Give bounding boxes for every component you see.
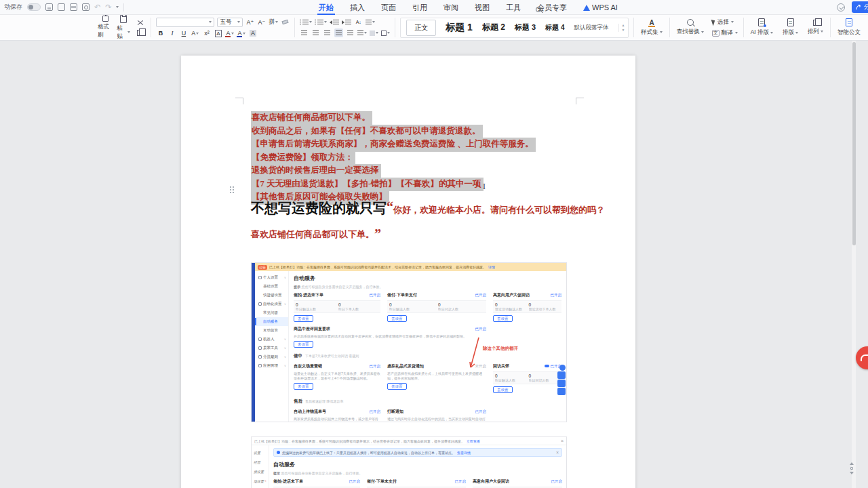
bullet-list-button[interactable] [300, 18, 312, 26]
sidebar-item-设置[interactable]: 设置 [252, 451, 269, 460]
tab-审阅[interactable]: 审阅 [435, 0, 467, 15]
underline-button[interactable]: U [179, 29, 188, 38]
banner-detail-link[interactable]: 详情 [488, 265, 495, 269]
sidebar-item-卖家工具[interactable]: 卖家工具˅ [255, 344, 288, 352]
sidebar-item-基础设置[interactable]: 基础设置 [255, 282, 288, 291]
sidebar-item-互动留资[interactable]: 互动留资 [255, 326, 288, 335]
tab-页面[interactable]: 页面 [373, 0, 404, 15]
justify-button[interactable] [334, 28, 343, 37]
headline-line-2[interactable]: 喜欢店铺任何商品都可以下单。” [251, 226, 381, 242]
italic-button[interactable]: I [167, 29, 176, 38]
show-marks-button[interactable] [366, 18, 375, 26]
go-setting-button[interactable]: 去设置 [294, 315, 313, 322]
strikethrough-button[interactable]: A [191, 29, 199, 38]
vertical-scrollbar-thumb[interactable] [852, 42, 856, 245]
tab-视图[interactable]: 视图 [467, 0, 498, 15]
scroll-down-icon[interactable] [850, 472, 854, 474]
sidebar-item-机器人[interactable]: 机器人˅ [255, 335, 288, 344]
sidebar-item-分流规则[interactable]: 分流规则˅ [255, 352, 288, 361]
sidebar-item-个人设置[interactable]: 个人设置˅ [255, 273, 288, 282]
sidebar-item-场设置[interactable]: 场设置 * [252, 479, 269, 488]
smart-doc-button[interactable]: 智能公文 [833, 15, 865, 40]
card-status-link[interactable]: 已开启 [475, 293, 487, 298]
go-setting-button[interactable]: 去设置 [493, 386, 513, 393]
autosave-toggle[interactable] [27, 3, 41, 11]
align-left-button[interactable] [300, 28, 309, 37]
sidebar-item-接设置[interactable]: 接设置 [252, 470, 269, 479]
font-color-button[interactable]: A [237, 29, 245, 38]
spin-down-icon[interactable]: ▼ [621, 28, 625, 32]
ai-layout-button[interactable]: AI 排版 [746, 15, 778, 40]
superscript-button[interactable]: x² [202, 29, 211, 38]
redo-icon[interactable]: ↷ [105, 3, 111, 11]
scroll-up-icon[interactable] [850, 462, 854, 465]
find-replace-button[interactable]: 查找替换 [672, 15, 709, 40]
tab-WPS AI[interactable]: WPS AI [575, 0, 626, 15]
pinyin-guide-button[interactable]: 拼 [269, 18, 278, 26]
notif-link[interactable]: 立即查看 [467, 439, 480, 443]
share-button[interactable]: 分享 [852, 1, 868, 13]
card-status-link[interactable]: 已开启 [475, 327, 487, 331]
style-item[interactable]: 标题 2 [482, 22, 505, 33]
scroll-select-icon[interactable] [850, 467, 853, 470]
style-gallery-scroll[interactable]: ▲ ▼ [618, 24, 627, 32]
spin-up-icon[interactable]: ▲ [621, 24, 625, 27]
highlighted-block[interactable]: 喜欢店铺任何商品都可以下单。收到商品之后，如果有【任何】不喜欢都可以申请退货退款… [251, 110, 536, 203]
card-status-link[interactable]: 已开启 [551, 479, 563, 484]
align-right-button[interactable] [323, 28, 332, 37]
close-icon[interactable]: × [556, 450, 559, 455]
translate-button[interactable]: 文翻译 [712, 29, 738, 37]
paragraph-drag-handle[interactable] [230, 186, 235, 195]
card-status-link[interactable]: 已开启 [475, 409, 487, 414]
undo-icon[interactable]: ↶ [94, 3, 100, 11]
increase-font-button[interactable]: A⁺ [245, 18, 254, 26]
go-setting-button[interactable]: 去设置 [387, 383, 407, 390]
sidebar-item-自动化设置[interactable]: 自动化设置˅ [255, 300, 288, 308]
print-icon[interactable] [70, 3, 77, 11]
card-status-link[interactable]: 已开启 [455, 479, 467, 484]
close-icon[interactable]: × [561, 439, 564, 443]
decrease-indent-button[interactable] [330, 18, 339, 26]
border-button[interactable] [381, 28, 390, 37]
format-painter-button[interactable]: 格式刷 [98, 16, 113, 39]
sidebar-item-应用管理[interactable]: 应用管理˅ [255, 361, 288, 370]
search-button[interactable] [536, 3, 541, 15]
align-center-button[interactable] [311, 28, 320, 37]
clear-format-button[interactable] [281, 18, 290, 26]
card-status-link[interactable]: 已开启 [370, 409, 381, 414]
style-item[interactable]: 标题 4 [545, 23, 564, 33]
floating-widget[interactable] [557, 365, 566, 395]
line-spacing-button[interactable] [357, 28, 367, 37]
style-item[interactable]: 标题 3 [515, 22, 536, 33]
shading-button[interactable] [370, 28, 378, 37]
bold-button[interactable]: B [156, 29, 165, 38]
document-page[interactable]: 喜欢店铺任何商品都可以下单。收到商品之后，如果有【任何】不喜欢都可以申请退货退款… [181, 56, 635, 488]
scrollbar-page-nav[interactable] [850, 462, 854, 474]
tab-工具[interactable]: 工具 [498, 0, 529, 15]
sort-button[interactable]: A↓ [354, 18, 363, 26]
go-setting-button[interactable]: 去设置 [493, 315, 513, 322]
go-setting-button[interactable]: 去设置 [387, 315, 407, 322]
font-name-combobox[interactable] [156, 18, 214, 27]
go-setting-button[interactable]: 去设置 [294, 383, 313, 390]
quick-access-chevron-icon[interactable] [116, 6, 119, 8]
character-border-button[interactable]: A [214, 29, 222, 38]
character-shading-button[interactable]: A [248, 29, 257, 38]
tab-插入[interactable]: 插入 [342, 0, 373, 15]
style-item[interactable]: 默认段落字体 [574, 24, 608, 32]
paste-button[interactable]: 粘贴 [117, 15, 130, 41]
save-icon[interactable] [45, 3, 53, 11]
card-status-link[interactable]: 已开启 [349, 479, 361, 484]
tab-引用[interactable]: 引用 [404, 0, 435, 15]
print-preview-icon[interactable] [82, 3, 90, 11]
copy-icon[interactable] [137, 30, 142, 36]
card-status-link[interactable]: 未开启 [475, 364, 487, 369]
card-status-link[interactable]: 已开启 [370, 364, 381, 369]
arrange-button[interactable]: 排列 [803, 15, 828, 40]
layout-button[interactable]: 排版 [778, 15, 803, 40]
export-icon[interactable] [58, 3, 65, 11]
increase-indent-button[interactable] [342, 18, 351, 26]
sidebar-item-常见问题[interactable]: 常见问题 [255, 308, 288, 317]
cut-icon[interactable] [137, 20, 143, 26]
select-button[interactable]: 选择 [712, 18, 738, 26]
